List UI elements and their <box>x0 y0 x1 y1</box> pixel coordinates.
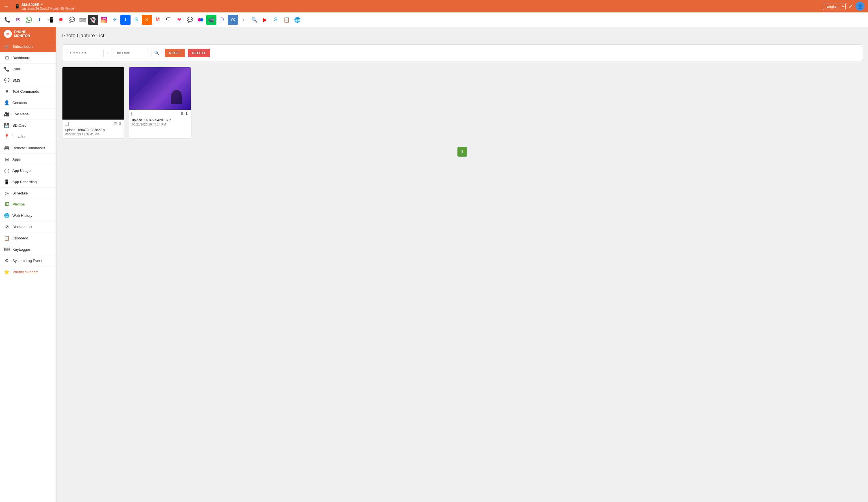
delete-photo-icon[interactable]: 🗑 <box>113 121 117 126</box>
photo-grid: 🗑 ⬇ upload_1684739387827.p... 05/22/2023… <box>62 67 862 139</box>
facetime-icon[interactable]: 📹 <box>206 15 216 25</box>
device-info: 📱 SM-S908E ▼ Last sync 36 Days,7 Hours, … <box>15 2 74 10</box>
sidebar-item-schedule[interactable]: ◷ Schedule <box>0 188 56 199</box>
sidebar-item-location[interactable]: 📍 Location <box>0 131 56 142</box>
photo-date: 05/21/2023 10:45:14 PM <box>132 123 188 126</box>
sidebar-item-live-panel[interactable]: 🎥 Live Panel <box>0 109 56 120</box>
notes-icon[interactable]: 📋 <box>281 15 292 25</box>
sidebar-item-app-recording[interactable]: 📱 App Recording <box>0 176 56 188</box>
avatar[interactable]: 👤 <box>856 2 865 11</box>
skype2-icon[interactable]: S <box>131 15 141 25</box>
sidebar-item-clipboard[interactable]: 📋 Clipboard <box>0 233 56 244</box>
keyboard-icon[interactable]: ⌨ <box>78 15 87 25</box>
sidebar-item-sms[interactable]: 💬 SMS <box>0 75 56 86</box>
calls-icon: 📞 <box>4 66 10 72</box>
sidebar-item-sd-card[interactable]: 💾 SD Card <box>0 120 56 131</box>
facebook-icon[interactable]: f <box>34 15 45 25</box>
whatsapp-icon[interactable] <box>24 15 34 25</box>
location-icon: 📍 <box>4 134 10 139</box>
vk-icon[interactable]: VK <box>228 15 238 25</box>
youtube-icon[interactable]: ▶ <box>260 15 270 25</box>
card-footer: 🗑 ⬇ upload_1684739387827.p... 05/22/2023… <box>62 120 124 138</box>
photo-checkbox[interactable] <box>131 112 135 116</box>
photo-checkbox[interactable] <box>65 122 69 126</box>
card-actions: 🗑 ⬇ <box>113 121 122 126</box>
fullscreen-button[interactable]: ⤢ <box>848 3 853 9</box>
snapchat-icon[interactable]: 👻 <box>88 15 98 25</box>
app-usage-icon: ◯ <box>4 168 10 173</box>
photo-filename: upload_1684739387827.p... <box>65 123 121 132</box>
sidebar-item-contacts[interactable]: 👤 Contacts <box>0 97 56 109</box>
browser-icon[interactable]: 🌐 <box>292 15 302 25</box>
sidebar-item-label: App Recording <box>12 180 52 184</box>
skype-icon[interactable]: S <box>271 15 281 25</box>
sidebar-item-priority-support[interactable]: ⭐ Priority Support <box>0 267 56 278</box>
back-button[interactable]: ← <box>3 3 9 10</box>
last-sync-label: Last sync 36 Days,7 Hours, 40 Minute <box>21 7 74 10</box>
download-photo-icon[interactable]: ⬇ <box>185 111 188 116</box>
sidebar-item-keylogger[interactable]: ⌨ KeyLogger <box>0 244 56 255</box>
reset-button[interactable]: RESET <box>165 49 185 57</box>
photo-image-purple[interactable] <box>129 67 191 110</box>
telegram-icon[interactable]: ✈ <box>110 15 120 25</box>
discord-icon[interactable]: D <box>217 15 227 25</box>
photo-image-black[interactable] <box>62 67 124 120</box>
photo-card: 🗑 ⬇ upload_1684739387827.p... 05/22/2023… <box>62 67 124 139</box>
photo-card: 🗑 ⬇ upload_1684689420187.p... 05/21/2023… <box>129 67 191 139</box>
delete-photo-icon[interactable]: 🗑 <box>180 111 184 116</box>
tiktok2-icon[interactable]: ⏺ <box>56 15 66 25</box>
search-button[interactable]: 🔍 <box>151 49 162 57</box>
email-icon[interactable]: ✉ <box>13 15 23 25</box>
delete-button[interactable]: DELETE <box>188 49 210 57</box>
start-date-input[interactable] <box>67 49 104 57</box>
date-separator: ~ <box>106 51 109 55</box>
sidebar-item-label: Contacts <box>12 101 52 105</box>
photo-filename: upload_1684689420187.p... <box>132 113 188 122</box>
content-area: Photo Capture List ~ 🔍 RESET DELETE 🗑 ⬇ <box>56 27 868 502</box>
flickr-icon[interactable] <box>196 15 206 25</box>
phone-icon[interactable]: 📞 <box>2 15 12 25</box>
sidebar-item-blocked-list[interactable]: ⊘ Blocked List <box>0 221 56 233</box>
sidebar-item-label: System Log Event <box>12 259 52 263</box>
sidebar-item-text-commands[interactable]: ≡ Text Commands <box>0 86 56 97</box>
sidebar-item-system-log[interactable]: ⚙ System Log Event <box>0 255 56 267</box>
apps-icon: ⊞ <box>4 156 10 162</box>
badoo-icon[interactable]: ❤ <box>174 15 184 25</box>
sidebar-item-label: Text Commands <box>12 89 52 94</box>
language-select[interactable]: English <box>823 3 846 10</box>
sidebar-item-apps[interactable]: ⊞ Apps <box>0 154 56 165</box>
sidebar-item-dashboard[interactable]: ⊞ Dashboard <box>0 52 56 64</box>
hiapp-icon[interactable]: Hi <box>142 15 152 25</box>
search-icon[interactable]: 🔍 <box>249 15 259 25</box>
sd-card-icon: 💾 <box>4 123 10 128</box>
sidebar-item-label: Schedule <box>12 191 52 195</box>
page-title: Photo Capture List <box>62 33 862 39</box>
sidebar-item-subscription[interactable]: 🛒 Subscription › <box>0 41 56 52</box>
sidebar-item-label: Web History <box>12 213 52 218</box>
sidebar-item-remote-commands[interactable]: 🎮 Remote Commands <box>0 142 56 154</box>
viber-icon[interactable]: 📲 <box>45 15 55 25</box>
sidebar-item-app-usage[interactable]: ◯ App Usage <box>0 165 56 176</box>
sidebar-logo: M PHONE MONITOR <box>0 27 56 41</box>
sidebar-item-label: Subscription <box>12 44 48 49</box>
keylogger-icon: ⌨ <box>4 247 10 252</box>
wechat-icon[interactable]: 💬 <box>67 15 77 25</box>
page-1-button[interactable]: 1 <box>457 147 467 156</box>
download-photo-icon[interactable]: ⬇ <box>118 121 122 126</box>
text-commands-icon: ≡ <box>4 89 10 94</box>
sidebar-item-label: SD Card <box>12 123 52 127</box>
end-date-input[interactable] <box>112 49 148 57</box>
zalo-icon[interactable]: Z <box>120 15 131 25</box>
device-dropdown-icon[interactable]: ▼ <box>40 3 43 6</box>
tiktok-icon[interactable]: ♪ <box>238 15 249 25</box>
hangouts-icon[interactable]: 💬 <box>185 15 195 25</box>
sidebar-item-label: Priority Support <box>12 270 52 274</box>
gmail-icon[interactable]: M <box>153 15 163 25</box>
instagram-icon[interactable] <box>99 15 109 25</box>
logo-text: PHONE MONITOR <box>14 30 30 38</box>
sidebar-item-web-history[interactable]: 🌐 Web History <box>0 210 56 221</box>
sidebar-item-photos[interactable]: 🖼 Photos <box>0 199 56 210</box>
app-recording-icon: 📱 <box>4 179 10 185</box>
sidebar-item-calls[interactable]: 📞 Calls <box>0 64 56 75</box>
bbm-icon[interactable]: 🗨 <box>163 15 174 25</box>
